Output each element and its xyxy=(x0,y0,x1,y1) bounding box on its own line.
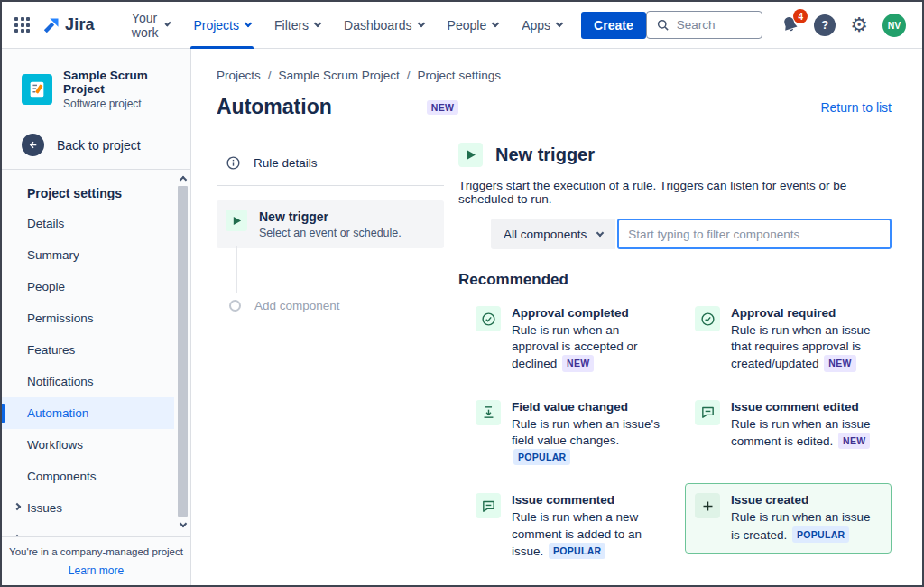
nav-apps[interactable]: Apps xyxy=(510,2,574,49)
sidebar-item-components[interactable]: Components xyxy=(2,461,174,492)
breadcrumb-separator: / xyxy=(407,69,411,82)
empty-step-circle-icon xyxy=(229,300,241,312)
user-avatar[interactable]: NV xyxy=(882,14,906,37)
sidebar-item-people[interactable]: People xyxy=(2,271,174,303)
sidebar-item-label: Workflows xyxy=(27,438,83,452)
new-badge: NEW xyxy=(838,433,870,449)
new-trigger-step[interactable]: New trigger Select an event or schedule. xyxy=(217,200,444,248)
comment-icon xyxy=(476,493,501,518)
trigger-description: Rule is run when an approval is accepted… xyxy=(512,322,662,373)
project-header: Sample Scrum Project Software project xyxy=(2,49,190,119)
trigger-chooser-panel: New trigger Triggers start the execution… xyxy=(458,143,892,585)
chevron-down-icon xyxy=(556,20,563,27)
top-navigation-bar: Jira Your work Projects Filters Dashboar… xyxy=(2,2,922,49)
breadcrumb-separator: / xyxy=(268,69,272,82)
global-search[interactable] xyxy=(646,11,763,39)
nav-label: Your work xyxy=(132,11,161,40)
search-input[interactable] xyxy=(677,18,753,32)
add-component-label: Add component xyxy=(254,299,340,312)
trigger-option-approval-completed[interactable]: Approval completed Rule is run when an a… xyxy=(466,296,672,383)
jira-logo[interactable]: Jira xyxy=(42,15,95,34)
nav-label: Projects xyxy=(193,18,239,33)
help-button[interactable]: ? xyxy=(814,14,836,36)
sidebar-item-summary[interactable]: Summary xyxy=(2,239,174,271)
new-badge: NEW xyxy=(427,100,458,115)
chevron-right-icon xyxy=(14,535,21,536)
new-badge: NEW xyxy=(824,355,855,371)
project-settings-nav: Project settings Details Summary People … xyxy=(2,170,190,536)
app-switcher-icon[interactable] xyxy=(14,17,30,33)
main-content: Projects / Sample Scrum Project / Projec… xyxy=(191,49,922,585)
trigger-text: Approval completed Rule is run when an a… xyxy=(512,306,662,373)
trigger-play-icon xyxy=(458,143,483,167)
nav-filters[interactable]: Filters xyxy=(263,2,332,49)
trigger-option-issue-commented[interactable]: Issue commented Rule is run when a new c… xyxy=(466,483,672,570)
sidebar-item-automation[interactable]: Automation xyxy=(2,397,174,429)
nav-label: Dashboards xyxy=(344,18,412,33)
trigger-text: Issue commented Rule is run when a new c… xyxy=(512,493,662,560)
nav-projects[interactable]: Projects xyxy=(181,2,263,49)
back-to-project-label: Back to project xyxy=(57,138,141,153)
jira-logo-text: Jira xyxy=(65,15,95,34)
notifications-button[interactable]: 4 xyxy=(781,15,799,34)
project-sidebar: Sample Scrum Project Software project Ba… xyxy=(2,49,191,585)
trigger-option-issue-comment-edited[interactable]: Issue comment edited Rule is run when an… xyxy=(685,390,892,460)
trigger-panel-header: New trigger xyxy=(458,143,892,167)
approval-check-icon xyxy=(476,306,501,331)
trigger-name: Issue created xyxy=(731,493,882,507)
trigger-play-icon xyxy=(226,210,247,231)
filter-components-input[interactable] xyxy=(617,219,892,249)
trigger-description: Rule is run when an issue comment is edi… xyxy=(731,416,882,450)
scroll-up-button[interactable] xyxy=(176,170,189,185)
trigger-panel-description: Triggers start the execution of a rule. … xyxy=(458,179,892,206)
sidebar-section-title: Project settings xyxy=(2,182,174,208)
page-header: Automation NEW Return to list xyxy=(217,95,892,119)
nav-dashboards[interactable]: Dashboards xyxy=(332,2,436,49)
trigger-text: Approval required Rule is run when an is… xyxy=(731,306,882,373)
trigger-option-field-value-changed[interactable]: Field value changed Rule is run when an … xyxy=(466,390,672,477)
scroll-down-button[interactable] xyxy=(176,519,189,535)
rule-steps-panel: Rule details New trigger Select an event… xyxy=(217,143,444,585)
trigger-option-issue-created[interactable]: Issue created Rule is run when an issue … xyxy=(685,483,892,553)
rule-details-step[interactable]: Rule details xyxy=(217,155,444,185)
sidebar-item-label: People xyxy=(27,280,65,294)
sidebar-item-permissions[interactable]: Permissions xyxy=(2,303,174,334)
nav-people[interactable]: People xyxy=(436,2,511,49)
nav-your-work[interactable]: Your work xyxy=(120,2,182,49)
popular-badge: POPULAR xyxy=(549,543,605,559)
question-mark-icon: ? xyxy=(821,18,828,32)
scrollbar-thumb[interactable] xyxy=(178,186,188,517)
trigger-description-text: Rule is run when an issue's field value … xyxy=(512,417,660,447)
learn-more-link[interactable]: Learn more xyxy=(69,564,124,577)
breadcrumb-projects[interactable]: Projects xyxy=(217,69,261,82)
rule-panel-divider xyxy=(217,185,444,186)
sidebar-item-notifications[interactable]: Notifications xyxy=(2,366,174,397)
return-to-list-link[interactable]: Return to list xyxy=(820,100,892,115)
sidebar-scrollbar[interactable] xyxy=(176,170,189,536)
sidebar-item-apps[interactable]: Apps xyxy=(2,524,174,536)
chevron-right-icon xyxy=(14,503,21,510)
sidebar-item-workflows[interactable]: Workflows xyxy=(2,429,174,461)
project-avatar xyxy=(22,74,52,105)
trigger-option-approval-required[interactable]: Approval required Rule is run when an is… xyxy=(685,296,892,383)
breadcrumb-project-name[interactable]: Sample Scrum Project xyxy=(279,69,400,82)
sidebar-item-details[interactable]: Details xyxy=(2,208,174,239)
add-component-step[interactable]: Add component xyxy=(217,299,444,312)
breadcrumb-project-settings[interactable]: Project settings xyxy=(418,69,501,82)
sidebar-item-issues[interactable]: Issues xyxy=(2,492,174,524)
recommended-trigger-grid: Approval completed Rule is run when an a… xyxy=(466,296,892,570)
settings-gear-icon[interactable]: ⚙ xyxy=(850,15,868,35)
step-connector-line xyxy=(236,246,237,293)
nav-label: People xyxy=(448,18,487,33)
create-button[interactable]: Create xyxy=(581,12,646,39)
back-to-project-button[interactable]: Back to project xyxy=(2,119,190,169)
chevron-down-icon xyxy=(245,20,252,27)
sidebar-item-features[interactable]: Features xyxy=(2,334,174,366)
components-dropdown[interactable]: All components xyxy=(491,219,615,249)
trigger-description: Rule is run when a new comment is added … xyxy=(512,509,662,560)
trigger-filter-row: All components xyxy=(491,219,892,249)
new-trigger-step-subtitle: Select an event or schedule. xyxy=(259,227,402,239)
trigger-text: Field value changed Rule is run when an … xyxy=(512,400,662,467)
sidebar-footer: You're in a company-managed project Lear… xyxy=(2,536,190,585)
trigger-description: Rule is run when an issue is created. PO… xyxy=(731,509,882,543)
